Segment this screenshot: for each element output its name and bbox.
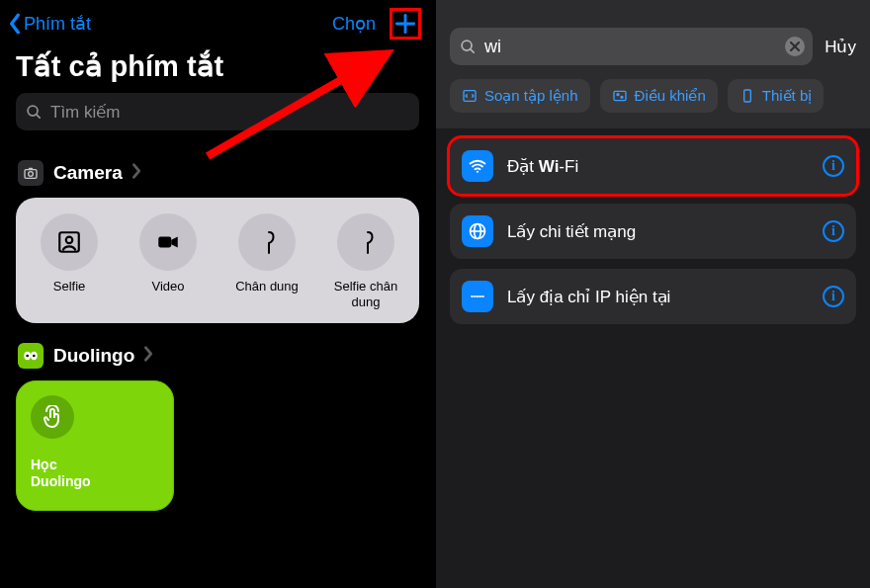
chip-controls[interactable]: Điều khiển: [600, 79, 718, 113]
svg-point-22: [621, 96, 623, 98]
search-query: wi: [484, 37, 501, 57]
svg-point-28: [471, 295, 473, 297]
info-icon[interactable]: i: [823, 286, 844, 307]
aperture-icon: [238, 213, 296, 271]
tile-label: Selfie chân dung: [320, 279, 411, 311]
shortcut-card-duolingo[interactable]: Học Duolingo: [16, 380, 174, 511]
chevron-right-icon: [130, 162, 142, 184]
tile-portrait[interactable]: Chân dung: [221, 213, 312, 311]
section-header-duolingo[interactable]: Duolingo: [0, 323, 435, 380]
svg-line-16: [471, 48, 475, 52]
video-icon: [139, 213, 197, 271]
clear-search-button[interactable]: [785, 37, 805, 56]
result-label: Đặt Wi-Fi: [507, 156, 809, 177]
svg-point-12: [33, 354, 36, 357]
svg-rect-20: [614, 91, 626, 100]
shortcut-label: Học Duolingo: [31, 457, 159, 491]
svg-point-5: [29, 172, 34, 177]
ip-icon: [462, 281, 493, 312]
section-title: Duolingo: [53, 345, 134, 367]
search-input[interactable]: Tìm kiếm: [16, 93, 419, 130]
svg-point-29: [477, 295, 478, 297]
aperture-icon: [337, 213, 394, 271]
globe-icon: [462, 215, 493, 247]
result-network-details[interactable]: Lấy chi tiết mạng i: [450, 204, 856, 259]
chip-label: Thiết bị: [762, 87, 813, 105]
chip-device[interactable]: Thiết bị: [728, 79, 825, 113]
wifi-icon: [462, 150, 493, 182]
tile-selfie[interactable]: Selfie: [24, 213, 115, 311]
camera-icon: [18, 160, 44, 186]
chip-label: Soạn tập lệnh: [484, 87, 578, 105]
camera-card: Selfie Video Chân dung Selfie chân dung: [16, 198, 419, 323]
person-square-icon: [41, 213, 98, 271]
svg-point-7: [66, 237, 73, 244]
search-placeholder: Tìm kiếm: [50, 102, 120, 123]
info-icon[interactable]: i: [823, 155, 844, 177]
back-button[interactable]: Phím tắt: [8, 13, 91, 35]
result-set-wifi[interactable]: Đặt Wi-Fi i: [450, 138, 856, 194]
svg-point-21: [617, 94, 619, 96]
search-input[interactable]: wi: [450, 28, 813, 65]
svg-point-24: [477, 171, 478, 173]
svg-rect-4: [25, 170, 37, 179]
tile-selfie-portrait[interactable]: Selfie chân dung: [320, 213, 411, 311]
info-icon[interactable]: i: [823, 220, 844, 242]
page-title: Tất cả phím tắt: [0, 43, 435, 93]
cancel-button[interactable]: Hủy: [825, 37, 856, 57]
svg-line-3: [37, 114, 41, 118]
svg-point-11: [26, 354, 29, 357]
chip-label: Điều khiển: [635, 87, 706, 105]
tile-label: Selfie: [53, 279, 86, 310]
add-button[interactable]: [390, 8, 421, 40]
tap-icon: [31, 395, 74, 439]
select-button[interactable]: Chọn: [332, 13, 376, 35]
filter-chips: Soạn tập lệnh Điều khiển Thiết bị: [436, 79, 870, 128]
section-title: Camera: [53, 162, 123, 184]
tile-label: Chân dung: [235, 279, 299, 310]
duolingo-icon: [18, 343, 44, 369]
chip-script[interactable]: Soạn tập lệnh: [450, 79, 590, 113]
section-header-camera[interactable]: Camera: [0, 130, 435, 198]
chevron-right-icon: [142, 345, 154, 367]
back-label: Phím tắt: [24, 13, 91, 35]
result-label: Lấy địa chỉ IP hiện tại: [507, 287, 809, 307]
result-ip-address[interactable]: Lấy địa chỉ IP hiện tại i: [450, 269, 856, 324]
result-label: Lấy chi tiết mạng: [507, 221, 809, 242]
svg-point-30: [482, 295, 484, 297]
svg-rect-8: [158, 237, 171, 248]
tile-video[interactable]: Video: [123, 213, 214, 311]
svg-rect-23: [743, 90, 750, 102]
tile-label: Video: [151, 279, 184, 310]
